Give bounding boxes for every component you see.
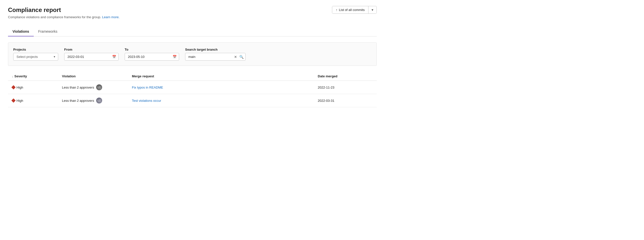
- from-input-wrapper: 📅: [64, 53, 119, 61]
- merge-request-link[interactable]: Test violations occur: [132, 99, 161, 103]
- date-merged-value: 2022-03-31: [318, 99, 334, 103]
- learn-more-link[interactable]: Learn more.: [102, 15, 120, 19]
- header-date-merged: Date merged: [318, 74, 373, 78]
- filters-row: Projects Select projects ▼ From 📅 To: [13, 48, 372, 61]
- upload-icon: ↑: [336, 8, 338, 12]
- commits-dropdown-button[interactable]: ▼: [368, 6, 376, 13]
- projects-select[interactable]: Select projects: [13, 53, 58, 61]
- cell-violation-0: Less than 2 approvers U1: [62, 84, 132, 90]
- header-severity[interactable]: ↓ Severity: [12, 74, 62, 78]
- sort-arrow-icon: ↓: [12, 75, 14, 78]
- cell-severity-1: High: [12, 99, 62, 103]
- header-violation: Violation: [62, 74, 132, 78]
- avatar: U2: [96, 98, 102, 104]
- cell-date-1: 2022-03-31: [318, 99, 373, 103]
- table-header: ↓ Severity Violation Merge request Date …: [8, 72, 377, 81]
- tab-frameworks[interactable]: Frameworks: [34, 27, 62, 36]
- projects-filter-group: Projects Select projects ▼: [13, 48, 58, 61]
- cell-merge-request-0: Fix typos in README: [132, 86, 318, 89]
- header-merge-request: Merge request: [132, 74, 318, 78]
- table-row: High Less than 2 approvers U1 Fix typos …: [8, 81, 377, 94]
- cell-merge-request-1: Test violations occur: [132, 99, 318, 103]
- avatar-image: U1: [96, 84, 102, 90]
- commits-button-group: ↑ List of all commits ▼: [332, 6, 377, 14]
- table-body: High Less than 2 approvers U1 Fix typos …: [8, 81, 377, 107]
- page-subtitle: Compliance violations and compliance fra…: [8, 15, 120, 19]
- tabs-list: Violations Frameworks: [8, 27, 377, 36]
- page-header: Compliance report Compliance violations …: [8, 6, 377, 19]
- projects-select-wrapper: Select projects ▼: [13, 53, 58, 61]
- merge-request-link[interactable]: Fix typos in README: [132, 86, 163, 89]
- page-container: Compliance report Compliance violations …: [0, 0, 385, 113]
- search-branch-filter-group: Search target branch ✕ 🔍: [185, 48, 246, 61]
- clear-search-button[interactable]: ✕: [234, 55, 237, 59]
- tabs-container: Violations Frameworks: [8, 27, 377, 36]
- filters-section: Projects Select projects ▼ From 📅 To: [8, 42, 377, 66]
- severity-value: High: [16, 86, 23, 89]
- to-input-wrapper: 📅: [125, 53, 179, 61]
- cell-severity-0: High: [12, 86, 62, 89]
- search-button[interactable]: 🔍: [239, 55, 244, 59]
- table-row: High Less than 2 approvers U2 Test viola…: [8, 94, 377, 107]
- search-branch-wrapper: ✕ 🔍: [185, 53, 246, 61]
- search-branch-label: Search target branch: [185, 48, 246, 51]
- violation-text: Less than 2 approvers: [62, 99, 94, 103]
- cell-date-0: 2022-11-23: [318, 86, 373, 89]
- date-merged-value: 2022-11-23: [318, 86, 334, 89]
- page-header-left: Compliance report Compliance violations …: [8, 6, 120, 19]
- severity-diamond-icon: [12, 85, 16, 90]
- to-filter-group: To 📅: [125, 48, 179, 61]
- violation-text: Less than 2 approvers: [62, 86, 94, 89]
- page-title: Compliance report: [8, 6, 120, 14]
- violations-table: ↓ Severity Violation Merge request Date …: [8, 72, 377, 107]
- projects-label: Projects: [13, 48, 58, 51]
- severity-diamond-icon: [12, 99, 16, 103]
- to-label: To: [125, 48, 179, 51]
- cell-violation-1: Less than 2 approvers U2: [62, 98, 132, 104]
- severity-value: High: [16, 99, 23, 103]
- avatar-image: U2: [96, 98, 102, 104]
- list-all-commits-button[interactable]: ↑ List of all commits: [332, 6, 368, 13]
- from-label: From: [64, 48, 119, 51]
- from-date-input[interactable]: [64, 53, 119, 61]
- to-date-input[interactable]: [125, 53, 179, 61]
- avatar: U1: [96, 84, 102, 90]
- from-filter-group: From 📅: [64, 48, 119, 61]
- tab-violations[interactable]: Violations: [8, 27, 34, 36]
